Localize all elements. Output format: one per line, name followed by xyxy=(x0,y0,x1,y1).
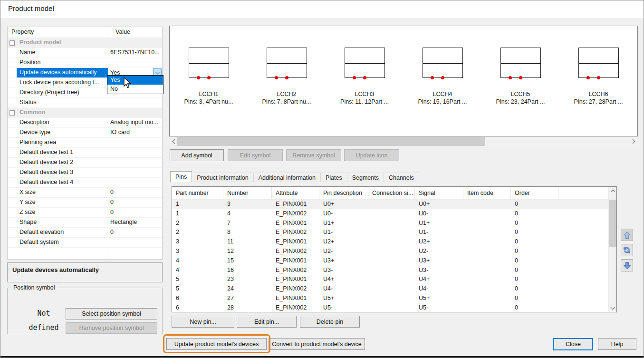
property-label: Product model xyxy=(17,38,108,48)
property-row[interactable]: Position xyxy=(8,58,162,68)
delete-pin-button[interactable]: Delete pin xyxy=(300,316,360,328)
convert-to-product-models-device-button[interactable]: Convert to product model's device xyxy=(269,338,365,350)
property-row[interactable]: Name6ES7531-7NF10... xyxy=(8,48,162,58)
close-button[interactable]: Close xyxy=(553,338,593,350)
property-row[interactable]: Default system xyxy=(8,238,162,248)
move-pin-down-button[interactable] xyxy=(621,259,633,271)
table-cell: 0 xyxy=(511,209,558,219)
property-row[interactable]: Status xyxy=(8,98,162,108)
table-row[interactable]: 311E_PINX001U2+U2+0 xyxy=(172,237,608,247)
table-row[interactable]: 524E_PINX002U4-U4-0 xyxy=(172,284,608,294)
symbol-card[interactable]: LCCH2Pins: 7, 8Part nu... xyxy=(248,48,326,136)
symbol-card[interactable]: LCCH4Pins: 15, 16Part ... xyxy=(404,48,481,136)
table-cell: 23 xyxy=(223,275,272,284)
select-position-symbol-button[interactable]: Select position symbol xyxy=(66,308,157,319)
property-row[interactable]: Default device text 1 xyxy=(8,148,162,158)
pins-table-scrollbar[interactable] xyxy=(608,187,616,312)
pin-dot-icon xyxy=(431,76,434,79)
table-cell: 0 xyxy=(511,219,558,228)
symbol-pins-label: Pins: 11, 12Part ... xyxy=(340,98,389,106)
tab-additional-information[interactable]: Additional information xyxy=(253,173,321,182)
table-cell: U1+ xyxy=(415,219,463,228)
symbol-card[interactable]: LCCH5Pins: 23, 24Part ... xyxy=(481,48,559,136)
property-row[interactable]: Device typeIO card xyxy=(8,128,162,138)
property-row[interactable]: DescriptionAnalog input mo... xyxy=(8,118,162,128)
edit-pin-button[interactable]: Edit pin... xyxy=(237,316,297,328)
tab-product-information[interactable]: Product information xyxy=(192,173,253,182)
row-gutter: − xyxy=(8,108,17,117)
row-gutter xyxy=(8,168,17,177)
scroll-right-button[interactable] xyxy=(629,137,638,146)
collapse-expander-icon[interactable]: − xyxy=(10,110,15,116)
table-row[interactable]: 28E_PINX002U1-U1-0 xyxy=(172,228,608,237)
table-cell: U4+ xyxy=(415,275,463,284)
property-row[interactable]: Default device text 2 xyxy=(8,158,162,168)
row-gutter xyxy=(8,138,17,147)
column-header[interactable]: Connection si... xyxy=(368,187,415,199)
property-row[interactable]: Default device text 4 xyxy=(8,178,162,188)
property-row[interactable]: Z size0 xyxy=(8,208,162,218)
table-cell: 5 xyxy=(172,275,223,284)
update-product-models-devices-button[interactable]: Update product model's devices xyxy=(166,338,267,350)
table-cell: U4+ xyxy=(319,275,368,284)
tab-channels[interactable]: Channels xyxy=(384,173,419,182)
property-row[interactable]: ShapeRectangle xyxy=(8,218,162,228)
help-button[interactable]: Help xyxy=(598,338,636,350)
property-label: Update devices automatically xyxy=(17,68,108,77)
update-icon-button: Update icon xyxy=(344,149,399,161)
table-cell xyxy=(463,266,511,275)
table-row[interactable]: 627E_PINX001U5+U5+0 xyxy=(172,294,608,303)
row-gutter xyxy=(8,58,17,68)
property-value: 6ES7531-7NF10... xyxy=(108,48,162,58)
scroll-down-button[interactable] xyxy=(609,304,616,312)
property-row[interactable]: Default device text 3 xyxy=(8,168,162,178)
column-header[interactable]: Signal xyxy=(415,187,463,199)
table-cell: 28 xyxy=(223,303,272,312)
column-header[interactable]: Order xyxy=(511,187,558,199)
table-cell: E_PINX001 xyxy=(272,275,319,284)
property-row[interactable]: X size0 xyxy=(8,188,162,198)
property-row[interactable]: Default elevation0 xyxy=(8,228,162,238)
dropdown-option[interactable]: Yes xyxy=(107,76,163,85)
table-row[interactable]: 27E_PINX001U1+U1+0 xyxy=(172,219,608,228)
move-pin-up-button[interactable] xyxy=(621,229,633,241)
collapse-expander-icon[interactable]: − xyxy=(10,40,15,46)
table-row[interactable]: 13E_PINX001U0+U0+0 xyxy=(172,200,608,209)
column-header[interactable]: Part number xyxy=(172,187,223,199)
property-group-row[interactable]: −Common xyxy=(8,108,162,118)
property-row[interactable]: Y size0 xyxy=(8,198,162,208)
table-row[interactable]: 312E_PINX002U2-U2-0 xyxy=(172,247,608,256)
tab-pins[interactable]: Pins xyxy=(170,171,192,182)
table-cell xyxy=(368,303,415,312)
property-row[interactable]: Planning area xyxy=(8,138,162,148)
table-row[interactable]: 523E_PINX001U4+U4+0 xyxy=(172,275,608,284)
gallery-scrollbar-thumb[interactable] xyxy=(177,137,485,146)
new-pin-button[interactable]: New pin... xyxy=(172,316,234,328)
symbol-card[interactable]: LCCH6Pins: 27, 28Part ... xyxy=(559,48,637,136)
gallery-scrollbar[interactable] xyxy=(169,137,638,146)
tab-segments[interactable]: Segments xyxy=(347,173,384,182)
dropdown-option[interactable]: No xyxy=(107,85,163,94)
column-header[interactable]: Attribute xyxy=(272,187,319,199)
property-value xyxy=(108,108,162,117)
table-row[interactable]: 14E_PINX002U0-U0-0 xyxy=(172,209,608,219)
property-group-row[interactable]: −Product model xyxy=(8,38,162,48)
column-header[interactable]: Pin description xyxy=(319,187,368,199)
symbol-card[interactable]: LCCH3Pins: 11, 12Part ... xyxy=(326,48,404,136)
scroll-up-button[interactable] xyxy=(609,187,616,195)
table-cell xyxy=(463,237,511,247)
row-gutter xyxy=(8,88,17,97)
property-grid-rows: −Product modelName6ES7531-7NF10...Positi… xyxy=(8,38,162,248)
tab-plates[interactable]: Plates xyxy=(320,173,347,182)
pins-scrollbar-thumb[interactable] xyxy=(609,200,616,247)
column-header[interactable]: Number xyxy=(223,187,272,199)
update-devices-dropdown-list[interactable]: YesNo xyxy=(107,75,163,94)
table-row[interactable]: 628E_PINX002U5-U5-0 xyxy=(172,303,608,312)
table-row[interactable]: 415E_PINX001U3+U3+0 xyxy=(172,256,608,266)
refresh-pin-order-button[interactable] xyxy=(621,244,633,256)
column-header[interactable]: Item code xyxy=(463,187,511,199)
table-cell: U1- xyxy=(319,228,368,237)
add-symbol-button[interactable]: Add symbol xyxy=(170,149,224,161)
table-row[interactable]: 416E_PINX002U3-U3-0 xyxy=(172,266,608,275)
symbol-card[interactable]: LCCH1Pins: 3, 4Part nu... xyxy=(170,48,248,136)
